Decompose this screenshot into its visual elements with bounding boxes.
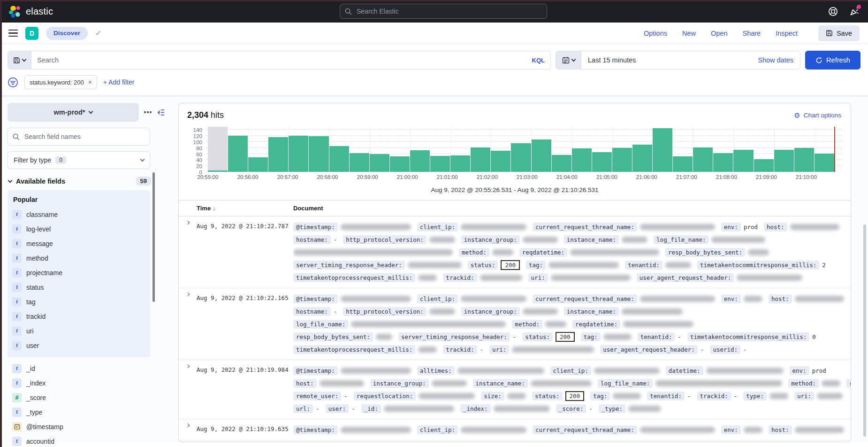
field-item-uri[interactable]: turi: [12, 324, 145, 338]
filter-pill-status-keyword[interactable]: status.keyword: 200 ×: [24, 75, 97, 89]
field-label-pill[interactable]: current_request_thread_name:: [533, 294, 637, 303]
nav-menu-item-open[interactable]: Open: [711, 30, 727, 37]
nav-menu-item-options[interactable]: Options: [644, 30, 667, 37]
field-label-pill[interactable]: url:: [293, 404, 313, 413]
field-label-pill[interactable]: _index:: [460, 404, 491, 413]
histogram-bar-slot[interactable]: [410, 127, 430, 172]
field-label-pill[interactable]: datetime:: [666, 366, 703, 375]
field-label-pill[interactable]: current_request_thread_name:: [533, 223, 637, 231]
field-label-pill[interactable]: tag:: [526, 261, 546, 270]
field-label-pill[interactable]: remote_id:: [846, 379, 851, 388]
histogram-bar-slot[interactable]: [350, 127, 369, 172]
field-label-pill[interactable]: remote_user:: [293, 392, 341, 401]
histogram-bar[interactable]: [693, 147, 713, 172]
field-item-trackid[interactable]: ttrackid: [12, 309, 145, 324]
elastic-brand[interactable]: elastic: [8, 5, 53, 18]
histogram-bar[interactable]: [370, 154, 389, 172]
histogram-bar[interactable]: [309, 136, 328, 172]
field-item-method[interactable]: tmethod: [12, 251, 145, 265]
field-label-pill[interactable]: type:: [743, 392, 767, 401]
field-label-pill[interactable]: user:: [326, 404, 349, 413]
field-label-pill[interactable]: timetakentoprocessrequest_millis:: [293, 345, 415, 354]
histogram-bar-slot[interactable]: [693, 127, 713, 172]
field-label-pill[interactable]: log_file_name:: [293, 320, 348, 329]
field-label-pill[interactable]: http_protocol_version:: [343, 235, 426, 244]
histogram-bar[interactable]: [471, 147, 490, 172]
field-label-pill[interactable]: uri:: [528, 273, 548, 282]
histogram-bar[interactable]: [713, 153, 733, 172]
histogram-bar-slot[interactable]: [370, 127, 389, 172]
field-label-pill[interactable]: tenantid:: [638, 332, 675, 341]
field-label-pill[interactable]: reqdatetime:: [572, 320, 620, 329]
field-label-pill[interactable]: timetakentoprocessrequest_millis:: [293, 273, 415, 282]
time-range-value[interactable]: Last 15 minutes: [581, 56, 642, 64]
global-search-input[interactable]: [356, 7, 542, 15]
histogram-bar[interactable]: [754, 159, 774, 172]
sidebar-scrollbar[interactable]: [152, 172, 155, 302]
filter-by-type-select[interactable]: Filter by type 0: [8, 151, 150, 169]
field-label-pill[interactable]: trackid:: [443, 345, 477, 354]
field-label-pill[interactable]: user_agent_request_header:: [637, 273, 734, 282]
news-party-icon[interactable]: [849, 6, 860, 16]
refresh-button[interactable]: Refresh: [805, 51, 860, 69]
nav-menu-item-new[interactable]: New: [682, 30, 696, 37]
histogram-bar[interactable]: [248, 157, 268, 172]
field-label-pill[interactable]: env:: [721, 425, 741, 434]
histogram-bar[interactable]: [572, 148, 592, 172]
field-label-pill[interactable]: instance_group:: [370, 379, 429, 388]
histogram-bar-slot[interactable]: [592, 127, 612, 172]
field-label-pill[interactable]: uri:: [489, 345, 509, 354]
field-label-pill[interactable]: status:: [532, 392, 563, 401]
space-avatar[interactable]: D: [25, 27, 38, 40]
field-label-pill[interactable]: instance_name:: [473, 379, 528, 388]
sort-descending-icon[interactable]: ↓: [213, 205, 216, 212]
query-language-badge[interactable]: KQL: [526, 57, 550, 64]
field-label-pill[interactable]: host:: [764, 223, 787, 231]
field-label-pill[interactable]: trackid:: [443, 273, 477, 282]
histogram-bar-slot[interactable]: [632, 127, 652, 172]
histogram-bar[interactable]: [410, 150, 430, 172]
histogram-bar-slot[interactable]: [208, 127, 228, 172]
histogram-bar[interactable]: [329, 146, 349, 172]
field-label-pill[interactable]: reqdatetime:: [519, 248, 567, 257]
histogram-bar[interactable]: [228, 136, 248, 172]
menu-hamburger-icon[interactable]: [8, 30, 18, 37]
expand-row-button[interactable]: [179, 424, 197, 436]
field-settings-icon[interactable]: [144, 111, 152, 113]
histogram-bar-slot[interactable]: [552, 127, 571, 172]
histogram-bar-slot[interactable]: [612, 127, 632, 172]
field-label-pill[interactable]: env:: [721, 223, 741, 231]
date-quick-select-button[interactable]: [556, 51, 581, 69]
field-item-index[interactable]: t_index: [12, 376, 145, 390]
histogram-bar[interactable]: [612, 148, 632, 172]
field-label-pill[interactable]: timetakentocommitresponse_millis:: [687, 332, 809, 341]
collapse-sidebar-icon[interactable]: [157, 108, 165, 116]
histogram-bar-slot[interactable]: [572, 127, 592, 172]
available-fields-header[interactable]: Available fields 59: [8, 177, 151, 185]
histogram-bar[interactable]: [450, 155, 470, 172]
field-label-pill[interactable]: client_ip:: [417, 294, 458, 303]
histogram-bar-slot[interactable]: [289, 127, 308, 172]
field-label-pill[interactable]: client_ip:: [417, 425, 458, 434]
histogram-bar[interactable]: [268, 137, 288, 172]
field-label-pill[interactable]: hostname:: [293, 235, 331, 244]
histogram-bar-slot[interactable]: [471, 127, 490, 172]
field-label-pill[interactable]: log_file_name:: [598, 379, 653, 388]
field-search-box[interactable]: [8, 128, 150, 146]
histogram-bar-slot[interactable]: [491, 127, 510, 172]
field-search-input[interactable]: [23, 132, 145, 141]
field-label-pill[interactable]: userid:: [710, 345, 740, 354]
page-scrollbar[interactable]: [863, 224, 866, 437]
saved-query-menu-button[interactable]: [8, 51, 31, 69]
histogram-bar[interactable]: [289, 136, 308, 172]
histogram-bar[interactable]: [632, 145, 652, 172]
field-label-pill[interactable]: size:: [481, 392, 504, 401]
field-label-pill[interactable]: client_ip:: [550, 366, 591, 375]
histogram-bar-slot[interactable]: [713, 127, 733, 172]
field-label-pill[interactable]: tenantid:: [647, 392, 685, 401]
field-label-pill[interactable]: trackid:: [697, 392, 731, 401]
field-item-user[interactable]: tuser: [12, 338, 145, 353]
field-label-pill[interactable]: instance_group:: [461, 307, 520, 316]
help-icon[interactable]: [828, 6, 838, 16]
field-item-projectname[interactable]: tprojectname: [12, 265, 145, 280]
